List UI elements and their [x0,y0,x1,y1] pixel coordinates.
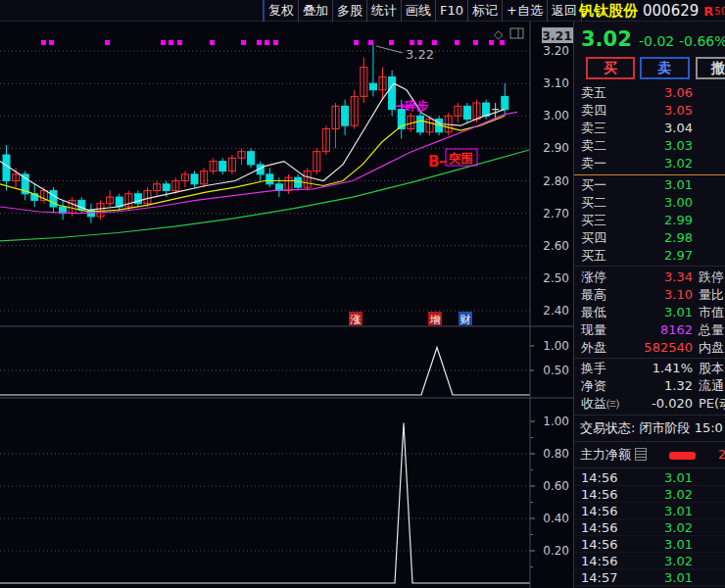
bid-price: 3.01 [624,176,693,194]
stat-value: 8162 [624,321,693,339]
stat-row-high: 最高3.10量比 [574,286,725,304]
candles [3,44,508,222]
tick-time: 14:56 [581,469,628,485]
tick-price: 3.02 [628,486,693,502]
tick-row: 14:563.01 [574,469,725,486]
toolbar-item-zixuan[interactable]: +自选 [502,0,547,22]
tick-row: 14:563.02 [574,486,725,503]
flow-bar-red [669,452,696,460]
ask-row-5[interactable]: 卖五3.06 [574,84,725,102]
tick-row: 14:563.01 [574,503,725,519]
bid-row-5[interactable]: 买五2.97 [574,247,725,265]
indicator-panel-1: 1.000.50 [0,339,569,395]
tick-time: 14:56 [581,553,628,568]
trade-status-text: 交易状态: 闭市阶段 15:0 [580,420,723,435]
toolbar-item-diejia[interactable]: 叠加 [298,0,332,22]
toolbar-item-huaxian[interactable]: 画线 [401,0,435,22]
toolbar-item-fanhui[interactable]: 返回 [547,0,582,22]
bid-row-3[interactable]: 买三2.99 [574,212,725,229]
stat-label: 净资 [581,377,624,395]
svg-text:3.10: 3.10 [543,76,569,90]
buy-button[interactable]: 买 [586,57,635,79]
toolbar-item-fuquan[interactable]: 复权 [265,0,298,22]
stock-code: 000629 [643,2,699,20]
stat-row-eps: 收益㈢-0.020PE(动 [574,395,725,413]
ask-label: 卖一 [581,155,624,172]
ma-line-MA5 [0,83,505,210]
svg-text:3.21: 3.21 [542,28,572,43]
ask-levels: 卖五3.06 卖四3.05 卖三3.04 卖二3.03 卖一3.02 [574,84,725,172]
bid-ask-separator [574,174,725,175]
separator [574,441,725,442]
stat-label: 换手 [581,360,624,377]
quote-panel: 3.02 -0.02 -0.66% 买 卖 撤 卖五3.06 卖四3.05 卖三… [573,22,725,588]
kline-chart-svg[interactable]: 3.203.103.002.902.802.702.602.502.403.21… [0,22,574,588]
svg-text:涨: 涨 [351,314,362,326]
bid-label: 买五 [581,247,624,265]
toolbar-item-tongji[interactable]: 统计 [366,0,401,22]
svg-text:2.60: 2.60 [543,239,569,253]
bid-label: 买四 [581,229,624,247]
stat-label: 最高 [581,286,624,304]
sell-button[interactable]: 卖 [640,57,690,79]
ask-price: 3.05 [624,102,693,120]
bid-label: 买一 [581,176,624,194]
bid-row-4[interactable]: 买四2.98 [574,229,725,247]
ask-label: 卖四 [581,102,624,120]
cancel-order-button[interactable]: 撤 [696,57,725,79]
bid-row-1[interactable]: 买一3.01 [574,176,725,194]
stat-label: 收益㈢ [581,395,624,413]
svg-text:2.70: 2.70 [543,207,569,220]
tick-price: 3.01 [628,536,693,552]
tick-row: 14:573.01 [574,569,725,586]
ask-label: 卖五 [581,84,624,102]
kline-chart-area[interactable]: 3.203.103.002.902.802.702.602.502.403.21… [0,22,574,588]
stat-label-2: 总量 [699,321,724,339]
separator [574,358,725,359]
tick-price: 3.01 [628,503,693,518]
svg-text:2.40: 2.40 [543,304,569,318]
toolbar-item-f10[interactable]: F10 [435,0,467,22]
stat-label-2: PE(动 [699,395,725,413]
main-flow-label: 主力净额 [580,447,631,462]
svg-text:3.22: 3.22 [406,47,434,62]
window-icon [510,28,523,38]
ask-label: 卖三 [581,120,624,137]
indicator2-line [0,423,530,583]
stat-label-2: 内盘 [699,339,724,357]
trade-buttons: 买 卖 撤 [574,57,725,80]
bid-row-2[interactable]: 买二3.00 [574,194,725,212]
tick-price: 3.01 [628,569,693,585]
ask-row-4[interactable]: 卖四3.05 [574,102,725,120]
stat-value: 3.01 [624,304,693,321]
trade-status-row: 交易状态: 闭市阶段 15:0 [574,416,725,440]
svg-text:0.50: 0.50 [543,364,569,377]
ask-row-3[interactable]: 卖三3.04 [574,120,725,137]
stat-label: 最低 [581,304,624,321]
tick-row: 14:563.01 [574,536,725,553]
svg-text:2.80: 2.80 [543,174,569,188]
stat-label-2: 股本 [699,360,724,377]
tick-time: 14:56 [581,536,628,552]
toolbar-item-biaoji[interactable]: 标记 [467,0,502,22]
toolbar-item-duogu[interactable]: 多股 [332,0,366,22]
stat-label-2: 流通 [699,377,724,395]
list-icon[interactable] [635,448,647,461]
svg-text:增: 增 [430,314,441,326]
svg-text:0.40: 0.40 [543,512,569,525]
svg-text:B: B [428,153,439,171]
stat-row-outer-vol: 外盘582540内盘 [574,339,725,357]
svg-text:0.60: 0.60 [543,479,569,493]
ask-row-2[interactable]: 卖二3.03 [574,137,725,155]
svg-text:→碎步: →碎步 [395,99,429,113]
svg-text:3.00: 3.00 [543,109,569,122]
rong-tag: R [703,4,713,19]
stats-block-1: 涨停3.34跌停 最高3.10量比 最低3.01市值 现量8162总量 外盘58… [574,269,725,357]
ask-price: 3.04 [624,120,693,137]
rong-tag-num: 500 [714,6,725,17]
svg-text:2.90: 2.90 [543,141,569,155]
price-change: -0.02 [639,33,674,49]
toolbar-menu: 复权 叠加 多股 统计 画线 F10 标记 +自选 返回 [263,0,582,22]
ask-row-1[interactable]: 卖一3.02 [574,155,725,172]
stat-label-2: 市值 [699,304,724,321]
